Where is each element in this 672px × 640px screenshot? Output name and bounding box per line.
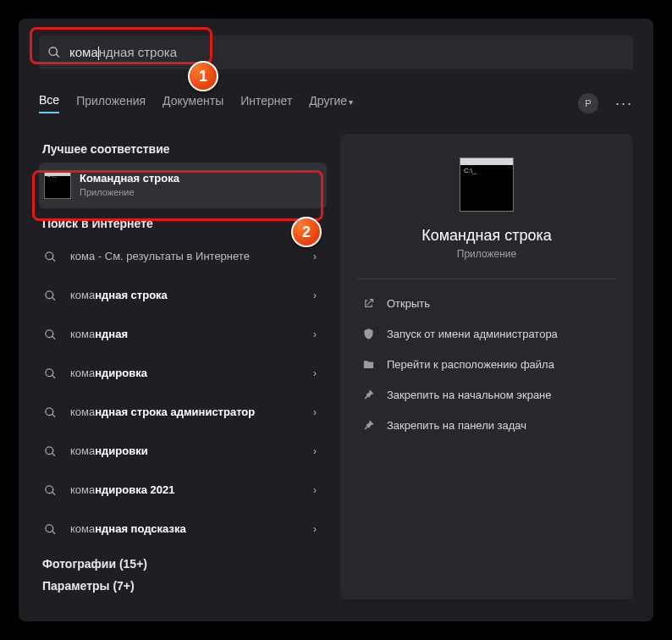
chevron-right-icon: › [313,251,317,262]
web-result-text: кома - См. результаты в Интернете [70,250,313,263]
tab-documents[interactable]: Документы [162,94,223,113]
search-icon [44,290,57,302]
pin-icon [362,419,375,432]
search-tabs: Все Приложения Документы Интернет Другие… [39,93,633,113]
search-text: командная строка [69,45,177,60]
search-icon [44,523,57,536]
action-run-as-admin[interactable]: Запуск от имени администратора [357,318,616,349]
web-result-item[interactable]: командная строка› [39,276,327,315]
chevron-right-icon: › [313,328,317,340]
web-result-text: командная [70,328,313,341]
cmd-app-icon [44,172,71,199]
search-input[interactable]: командная строка [39,36,633,69]
action-open-file-location[interactable]: Перейти к расположению файла [357,349,616,379]
chevron-right-icon: › [313,406,317,418]
start-search-window: командная строка Все Приложения Документ… [19,19,653,621]
web-result-text: командировка [70,367,313,380]
pin-icon [362,389,375,401]
user-avatar[interactable]: P [578,93,598,113]
preview-title: Командная строка [357,227,616,245]
search-results-panel: Лучшее соответствие Командная строка При… [39,134,327,599]
section-web-search: Поиск в Интернете [42,217,327,230]
action-open[interactable]: Открыть [357,288,616,318]
preview-subtitle: Приложение [357,248,616,260]
action-pin-to-taskbar[interactable]: Закрепить на панели задач [357,410,616,440]
search-icon [47,46,61,59]
tab-more[interactable]: Другие▾ [309,94,353,113]
folder-icon [362,358,375,371]
web-result-text: командная подсказка [70,522,313,536]
search-icon [44,328,57,341]
web-result-item[interactable]: командировки› [39,432,327,471]
tab-all[interactable]: Все [39,93,59,113]
chevron-right-icon: › [313,367,317,379]
action-pin-to-start[interactable]: Закрепить на начальном экране [357,379,616,410]
shield-icon [362,328,375,340]
chevron-right-icon: › [313,484,317,496]
best-match-result[interactable]: Командная строка Приложение [39,163,327,208]
search-icon [44,406,57,419]
web-result-text: командная строка [70,289,313,302]
web-result-text: командная строка администратор [70,406,313,419]
search-icon [44,484,57,497]
web-result-item[interactable]: командировка› [39,354,327,393]
chevron-right-icon: › [313,290,317,301]
preview-panel: Командная строка Приложение Открыть Запу… [340,134,633,599]
web-result-item[interactable]: командировка 2021› [39,471,327,510]
web-result-item[interactable]: кома - См. результаты в Интернете› [39,237,327,276]
search-typed: кома [69,45,98,59]
web-result-item[interactable]: командная строка администратор› [39,393,327,432]
search-suggestion-tail: ндная строка [99,45,177,59]
section-settings[interactable]: Параметры (7+) [42,579,327,593]
chevron-right-icon: › [313,445,317,457]
web-result-item[interactable]: командная подсказка› [39,510,327,549]
search-icon [44,251,57,263]
web-result-text: командировки [70,444,313,458]
more-options-button[interactable]: ··· [615,95,633,113]
preview-app-icon [460,157,514,212]
tab-apps[interactable]: Приложения [76,94,146,113]
web-result-item[interactable]: командная› [39,315,327,354]
divider [357,279,616,279]
tab-web[interactable]: Интернет [240,94,292,113]
chevron-down-icon: ▾ [349,97,353,107]
chevron-right-icon: › [313,523,317,535]
web-result-text: командировка 2021 [70,483,313,497]
search-icon [44,367,57,380]
section-best-match: Лучшее соответствие [42,142,327,156]
open-icon [362,297,375,310]
search-icon [44,445,57,458]
best-match-title: Командная строка [80,172,179,185]
section-photos[interactable]: Фотографии (15+) [42,557,327,571]
best-match-subtitle: Приложение [80,187,317,199]
